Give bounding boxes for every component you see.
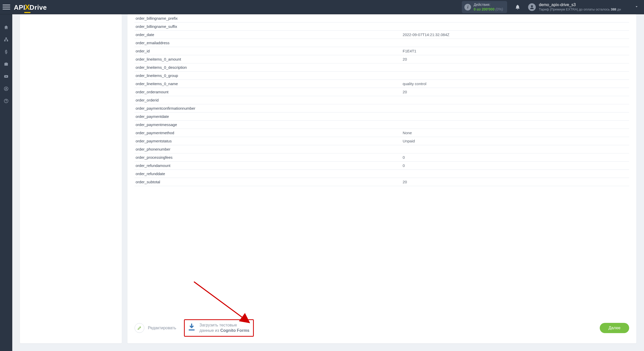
- svg-rect-0: [6, 38, 6, 39]
- table-row: order_processingfees0: [135, 153, 629, 162]
- table-row: order_orderid: [135, 96, 629, 104]
- table-row: order_idF1E4T1: [135, 47, 629, 55]
- table-row: order_lineitems_0_amount20: [135, 55, 629, 63]
- edit-button[interactable]: Редактировать: [135, 323, 176, 333]
- pencil-icon: [135, 323, 144, 333]
- field-value: 0: [402, 153, 629, 162]
- chevron-down-icon: [634, 4, 639, 10]
- info-icon: i: [464, 4, 471, 10]
- field-value: Unpaid: [402, 137, 629, 145]
- field-value: F1E4T1: [402, 47, 629, 55]
- user-plan: Тариф |Премиум EXTRA| до оплаты осталось…: [539, 7, 621, 12]
- field-key: order_emailaddress: [135, 39, 402, 47]
- field-key: order_id: [135, 47, 402, 55]
- table-row: order_lineitems_0_namequality control: [135, 80, 629, 88]
- sidebar-connections[interactable]: [0, 34, 12, 45]
- dollar-icon: [4, 49, 9, 54]
- field-value: [402, 22, 629, 31]
- load-line2: данные из Cognito Forms: [200, 328, 249, 333]
- sidebar-home[interactable]: [0, 22, 12, 33]
- fields-table-scroll[interactable]: order_billingname_prefixorder_billingnam…: [127, 14, 636, 314]
- field-key: order_date: [135, 31, 402, 39]
- user-menu[interactable]: demo_apix-drive_s3 Тариф |Премиум EXTRA|…: [528, 2, 639, 12]
- field-key: order_processingfees: [135, 153, 402, 162]
- sidebar-billing[interactable]: [0, 47, 12, 57]
- table-row: order_date2022-09-07T14:21:32.084Z: [135, 31, 629, 39]
- top-header: API X Drive i Действия: 0 из 200'000 (0%…: [0, 0, 644, 14]
- sidebar-account[interactable]: [0, 83, 12, 94]
- user-circle-icon: [4, 86, 9, 91]
- field-key: order_lineitems_0_name: [135, 80, 402, 88]
- field-key: order_billingname_prefix: [135, 14, 402, 22]
- field-value: [402, 14, 629, 22]
- logo[interactable]: API X Drive: [14, 3, 47, 12]
- table-row: order_refunddate: [135, 170, 629, 178]
- table-row: order_paymentstatusUnpaid: [135, 137, 629, 145]
- next-button[interactable]: Далее: [600, 323, 629, 333]
- table-row: order_phonenumber: [135, 145, 629, 153]
- home-icon: [4, 25, 9, 30]
- actions-numbers: 0 из 200'000 (0%): [474, 7, 503, 12]
- table-row: order_subtotal20: [135, 178, 629, 186]
- sitemap-icon: [4, 37, 9, 42]
- panel-actions: Редактировать Загрузить тестовые данные …: [127, 314, 636, 343]
- left-panel: [20, 14, 122, 343]
- youtube-icon: [4, 74, 9, 79]
- svg-rect-1: [4, 40, 5, 41]
- field-key: order_refundamount: [135, 162, 402, 170]
- field-value: quality control: [402, 80, 629, 88]
- notifications-button[interactable]: [515, 4, 520, 10]
- table-row: order_billingname_suffix: [135, 22, 629, 31]
- field-key: order_orderamount: [135, 88, 402, 96]
- field-value: [402, 104, 629, 112]
- field-key: order_paymentmessage: [135, 121, 402, 129]
- table-row: order_orderamount20: [135, 88, 629, 96]
- field-key: order_paymentconfirmationnumber: [135, 104, 402, 112]
- svg-point-5: [6, 88, 7, 89]
- sidebar-toolbox[interactable]: [0, 59, 12, 70]
- right-panel: order_billingname_prefixorder_billingnam…: [127, 14, 636, 343]
- logo-part-api: API: [14, 4, 25, 12]
- field-key: order_paymentstatus: [135, 137, 402, 145]
- table-row: order_paymentmessage: [135, 121, 629, 129]
- field-key: order_lineitems_0_amount: [135, 55, 402, 63]
- fields-table: order_billingname_prefixorder_billingnam…: [135, 14, 629, 186]
- field-value: 20: [402, 88, 629, 96]
- sidebar-help[interactable]: [0, 96, 12, 106]
- field-key: order_phonenumber: [135, 145, 402, 153]
- field-value: [402, 170, 629, 178]
- logo-part-x: X: [25, 3, 30, 12]
- field-value: 20: [402, 178, 629, 186]
- table-row: order_billingname_prefix: [135, 14, 629, 22]
- field-key: order_billingname_suffix: [135, 22, 402, 31]
- field-key: order_paymentdate: [135, 112, 402, 121]
- table-row: order_paymentmethodNone: [135, 129, 629, 137]
- menu-toggle-button[interactable]: [3, 3, 10, 11]
- logo-part-drive: Drive: [29, 4, 47, 12]
- field-value: [402, 112, 629, 121]
- table-row: order_lineitems_0_group: [135, 72, 629, 80]
- table-row: order_refundamount0: [135, 162, 629, 170]
- briefcase-icon: [4, 62, 9, 67]
- sidebar-video[interactable]: [0, 71, 12, 82]
- field-key: order_lineitems_0_description: [135, 63, 402, 72]
- table-row: order_emailaddress: [135, 39, 629, 47]
- actions-label: Действия:: [474, 3, 503, 7]
- load-test-data-button[interactable]: Загрузить тестовые данные из Cognito For…: [185, 320, 253, 336]
- bell-icon: [515, 4, 520, 10]
- field-value: [402, 145, 629, 153]
- field-value: [402, 96, 629, 104]
- avatar-icon: [528, 3, 536, 11]
- left-sidebar: [0, 14, 12, 351]
- edit-label: Редактировать: [148, 326, 176, 330]
- field-value: [402, 63, 629, 72]
- field-value: None: [402, 129, 629, 137]
- actions-counter[interactable]: i Действия: 0 из 200'000 (0%): [462, 1, 507, 13]
- highlight-annotation: Загрузить тестовые данные из Cognito For…: [184, 319, 254, 337]
- field-key: order_paymentmethod: [135, 129, 402, 137]
- field-value: [402, 39, 629, 47]
- field-value: 20: [402, 55, 629, 63]
- table-row: order_lineitems_0_description: [135, 63, 629, 72]
- field-key: order_orderid: [135, 96, 402, 104]
- user-name: demo_apix-drive_s3: [539, 2, 621, 8]
